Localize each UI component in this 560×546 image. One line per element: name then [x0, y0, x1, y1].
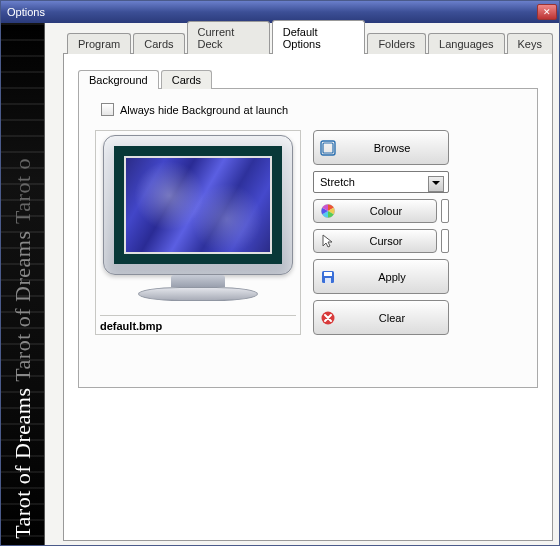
sidebar-text-bright: Tarot of Dreams [10, 388, 35, 539]
content-area: Program Cards Current Deck Default Optio… [45, 23, 559, 545]
apply-button[interactable]: Apply [313, 259, 449, 294]
window-title: Options [7, 6, 45, 18]
browse-icon [320, 140, 336, 156]
sub-tab-panel: Always hide Background at launch [78, 88, 538, 388]
chevron-down-icon [432, 181, 440, 189]
monitor-screen [114, 146, 282, 264]
clear-icon [320, 310, 336, 326]
fit-mode-select[interactable]: Stretch [313, 171, 449, 193]
clear-label: Clear [342, 312, 442, 324]
colour-swatch[interactable] [441, 199, 449, 223]
main-tab-panel: Background Cards Always hide Background … [63, 53, 553, 541]
sidebar: Tarot of Dreams Tarot of Dreams Tarot o [1, 23, 45, 545]
tab-current-deck[interactable]: Current Deck [187, 21, 270, 54]
tab-languages[interactable]: Languages [428, 33, 504, 54]
monitor-graphic [100, 135, 296, 313]
monitor-base [138, 287, 258, 301]
sidebar-branding: Tarot of Dreams Tarot of Dreams Tarot o [10, 158, 36, 539]
apply-label: Apply [342, 271, 442, 283]
monitor-stand [171, 275, 225, 287]
cursor-label: Cursor [342, 235, 430, 247]
svg-rect-4 [324, 272, 332, 276]
svg-rect-5 [325, 278, 331, 283]
subtab-background[interactable]: Background [78, 70, 159, 89]
subtab-cards[interactable]: Cards [161, 70, 212, 89]
sidebar-text-mid: Tarot of Dreams [10, 230, 35, 381]
hide-background-label: Always hide Background at launch [120, 104, 288, 116]
cursor-icon [320, 233, 336, 249]
cursor-button[interactable]: Cursor [313, 229, 437, 253]
background-image-preview [124, 156, 272, 254]
tab-program[interactable]: Program [67, 33, 131, 54]
monitor-frame [103, 135, 293, 275]
preview-area: default.bmp Browse [95, 130, 521, 335]
svg-rect-1 [323, 143, 333, 153]
save-icon [320, 269, 336, 285]
hide-background-row: Always hide Background at launch [101, 103, 521, 116]
options-window: Options ✕ Tarot of Dreams Tarot of Dream… [0, 0, 560, 546]
colour-label: Colour [342, 205, 430, 217]
clear-button[interactable]: Clear [313, 300, 449, 335]
browse-button[interactable]: Browse [313, 130, 449, 165]
tab-cards[interactable]: Cards [133, 33, 184, 54]
window-body: Tarot of Dreams Tarot of Dreams Tarot o … [1, 23, 559, 545]
background-preview: default.bmp [95, 130, 301, 335]
tab-keys[interactable]: Keys [507, 33, 553, 54]
sub-tabstrip: Background Cards [78, 66, 538, 88]
hide-background-checkbox[interactable] [101, 103, 114, 116]
controls-column: Browse Stretch [313, 130, 449, 335]
colour-wheel-icon [320, 203, 336, 219]
main-tabstrip: Program Cards Current Deck Default Optio… [63, 29, 553, 53]
preview-filename: default.bmp [100, 315, 296, 332]
cursor-swatch[interactable] [441, 229, 449, 253]
browse-label: Browse [342, 142, 442, 154]
tab-default-options[interactable]: Default Options [272, 20, 366, 54]
sidebar-text-dim: Tarot o [10, 158, 35, 224]
fit-mode-value: Stretch [320, 176, 355, 188]
colour-button[interactable]: Colour [313, 199, 437, 223]
tab-folders[interactable]: Folders [367, 33, 426, 54]
close-button[interactable]: ✕ [537, 4, 557, 20]
